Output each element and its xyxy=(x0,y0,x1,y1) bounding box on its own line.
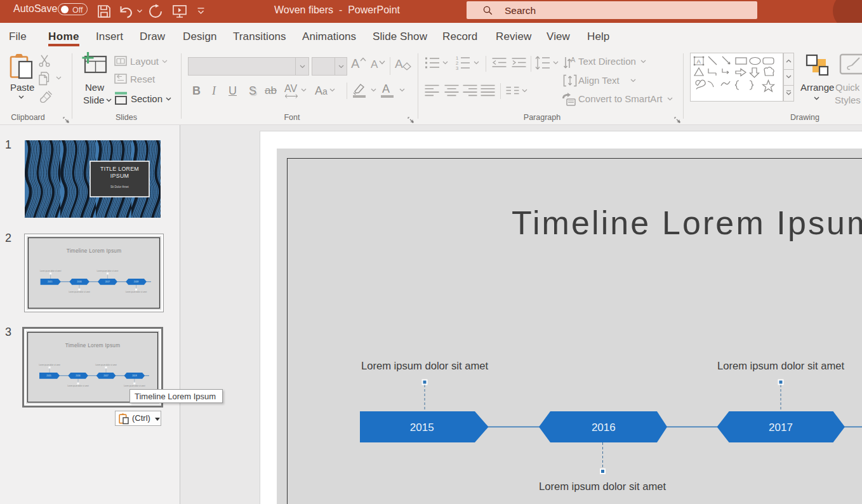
svg-text:2017: 2017 xyxy=(769,421,793,434)
svg-text:2016: 2016 xyxy=(77,281,82,283)
svg-text:Timeline Lorem Ipsum: Timeline Lorem Ipsum xyxy=(67,248,122,254)
svg-text:2018: 2018 xyxy=(134,281,139,283)
svg-text:2016: 2016 xyxy=(76,375,81,377)
svg-text:2015: 2015 xyxy=(46,375,51,377)
svg-text:Lorem ipsum dolor sit amet: Lorem ipsum dolor sit amet xyxy=(40,270,62,272)
svg-text:2015: 2015 xyxy=(410,421,434,434)
svg-text:2017: 2017 xyxy=(103,375,109,377)
svg-text:Lorem ipsum dolor sit amet: Lorem ipsum dolor sit amet xyxy=(126,291,147,293)
svg-text:Lorem ipsum dolor sit amet: Lorem ipsum dolor sit amet xyxy=(97,270,119,272)
svg-text:A: A xyxy=(571,56,576,63)
svg-text:2015: 2015 xyxy=(48,281,53,283)
svg-text:Timeline Lorem Ipsum: Timeline Lorem Ipsum xyxy=(65,343,121,348)
svg-text:2017: 2017 xyxy=(105,281,110,283)
svg-text:Lorem ipsum dolor sit amet: Lorem ipsum dolor sit amet xyxy=(39,364,60,366)
svg-text:Lorem ipsum dolor sit amet: Lorem ipsum dolor sit amet xyxy=(95,364,117,366)
svg-text:3: 3 xyxy=(456,65,458,70)
svg-text:A: A xyxy=(697,58,701,65)
svg-text:Lorem ipsum dolor sit amet: Lorem ipsum dolor sit amet xyxy=(69,291,90,293)
svg-text:Sit Dolor Amet: Sit Dolor Amet xyxy=(110,185,129,189)
svg-text:TITLE LOREM: TITLE LOREM xyxy=(100,166,139,172)
svg-text:IPSUM: IPSUM xyxy=(110,173,129,179)
svg-text:Lorem ipsum dolor sit amet: Lorem ipsum dolor sit amet xyxy=(67,385,89,387)
svg-text:2016: 2016 xyxy=(592,421,616,434)
svg-text:2018: 2018 xyxy=(132,375,137,377)
svg-text:Lorem ipsum dolor sit amet: Lorem ipsum dolor sit amet xyxy=(124,385,145,387)
